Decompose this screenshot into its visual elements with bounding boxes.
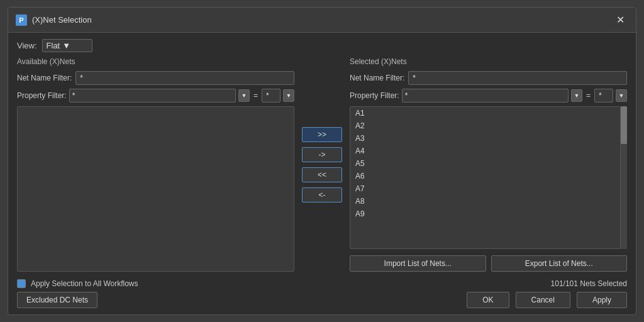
title-bar-left: P (X)Net Selection <box>16 14 92 26</box>
close-button[interactable]: ✕ <box>613 13 628 27</box>
selected-property-eq: = <box>585 91 592 100</box>
apply-button[interactable]: Apply <box>577 292 627 308</box>
list-item[interactable]: A1 <box>350 107 620 119</box>
selected-net-name-filter-input[interactable] <box>408 71 627 85</box>
title-bar: P (X)Net Selection ✕ <box>8 8 636 33</box>
list-item[interactable]: A6 <box>350 170 620 182</box>
selected-panel-title: Selected (X)Nets <box>350 57 627 66</box>
dialog-title: (X)Net Selection <box>32 15 92 25</box>
view-select[interactable]: Flat ▼ <box>42 39 92 52</box>
available-property-filter-value: * <box>72 91 75 100</box>
bottom-buttons-row: Excluded DC Nets OK Cancel Apply <box>17 292 627 308</box>
list-item[interactable]: A8 <box>350 195 620 208</box>
apply-selection-checkbox[interactable] <box>17 279 26 288</box>
view-label: View: <box>17 41 37 50</box>
selected-property-val: * <box>594 89 613 103</box>
ok-button[interactable]: OK <box>467 292 509 308</box>
list-item[interactable]: A2 <box>350 119 620 132</box>
selected-property-filter-value: * <box>405 91 408 100</box>
move-left-button[interactable]: <- <box>302 187 342 203</box>
available-property-dropdown-arrow[interactable]: ▼ <box>238 89 250 102</box>
app-icon: P <box>16 14 27 26</box>
available-property-filter-label: Property Filter: <box>17 91 67 100</box>
selected-property-filter-label: Property Filter: <box>350 91 399 100</box>
available-property-filter-select[interactable]: * <box>69 89 236 103</box>
bottom-area: Apply Selection to All Workflows 101/101… <box>17 277 627 308</box>
available-list-box[interactable] <box>17 106 294 272</box>
selected-list-wrapper: A1A2A3A4A5A6A7A8A9 <box>350 106 627 249</box>
available-property-val: * <box>262 89 280 103</box>
move-all-left-button[interactable]: << <box>302 167 342 182</box>
import-export-row: Import List of Nets... Export List of Ne… <box>350 255 627 272</box>
dialog-body: View: Flat ▼ Available (X)Nets Net Name … <box>8 33 636 314</box>
view-dropdown-arrow: ▼ <box>62 41 70 50</box>
list-item[interactable]: A9 <box>350 208 620 220</box>
available-net-name-filter-row: Net Name Filter: <box>17 71 294 85</box>
nets-selected-count: 101/101 Nets Selected <box>551 279 627 288</box>
available-property-eq: = <box>252 91 259 100</box>
selected-list-scrollbar[interactable] <box>621 106 627 249</box>
apply-selection-label: Apply Selection to All Workflows <box>31 279 138 288</box>
selected-panel: Selected (X)Nets Net Name Filter: Proper… <box>350 57 627 272</box>
selected-net-name-filter-label: Net Name Filter: <box>350 74 404 82</box>
panels-row: Available (X)Nets Net Name Filter: Prope… <box>17 57 627 272</box>
selected-net-name-filter-row: Net Name Filter: <box>350 71 627 85</box>
transfer-controls: >> -> << <- <box>294 57 350 272</box>
available-property-filter-row: Property Filter: * ▼ = * ▼ <box>17 89 294 103</box>
move-right-button[interactable]: -> <box>302 147 342 162</box>
list-item[interactable]: A3 <box>350 132 620 145</box>
available-net-name-filter-label: Net Name Filter: <box>17 74 72 82</box>
selected-list-scrollbar-thumb <box>621 106 627 144</box>
import-list-button[interactable]: Import List of Nets... <box>350 255 486 272</box>
checkbox-row: Apply Selection to All Workflows <box>17 279 138 288</box>
view-row: View: Flat ▼ <box>17 39 627 52</box>
right-bottom-buttons: OK Cancel Apply <box>467 292 627 308</box>
list-item[interactable]: A5 <box>350 157 620 170</box>
available-panel-title: Available (X)Nets <box>17 57 294 66</box>
available-net-name-filter-input[interactable] <box>75 71 294 85</box>
cancel-button[interactable]: Cancel <box>516 292 570 308</box>
dialog-window: P (X)Net Selection ✕ View: Flat ▼ Availa… <box>8 7 636 315</box>
excluded-dc-nets-button[interactable]: Excluded DC Nets <box>17 292 97 308</box>
selected-property-dropdown-arrow[interactable]: ▼ <box>571 89 582 102</box>
selected-property-filter-select[interactable]: * <box>402 89 569 103</box>
available-panel: Available (X)Nets Net Name Filter: Prope… <box>17 57 294 272</box>
list-item[interactable]: A7 <box>350 182 620 195</box>
move-all-right-button[interactable]: >> <box>302 127 342 142</box>
available-property-val-arrow[interactable]: ▼ <box>283 89 294 102</box>
list-item[interactable]: A4 <box>350 145 620 157</box>
selected-property-val-arrow[interactable]: ▼ <box>616 89 627 102</box>
selected-property-filter-row: Property Filter: * ▼ = * ▼ <box>350 89 627 103</box>
selected-list-box[interactable]: A1A2A3A4A5A6A7A8A9 <box>350 106 621 249</box>
view-value: Flat <box>47 41 60 50</box>
export-list-button[interactable]: Export List of Nets... <box>491 255 628 272</box>
